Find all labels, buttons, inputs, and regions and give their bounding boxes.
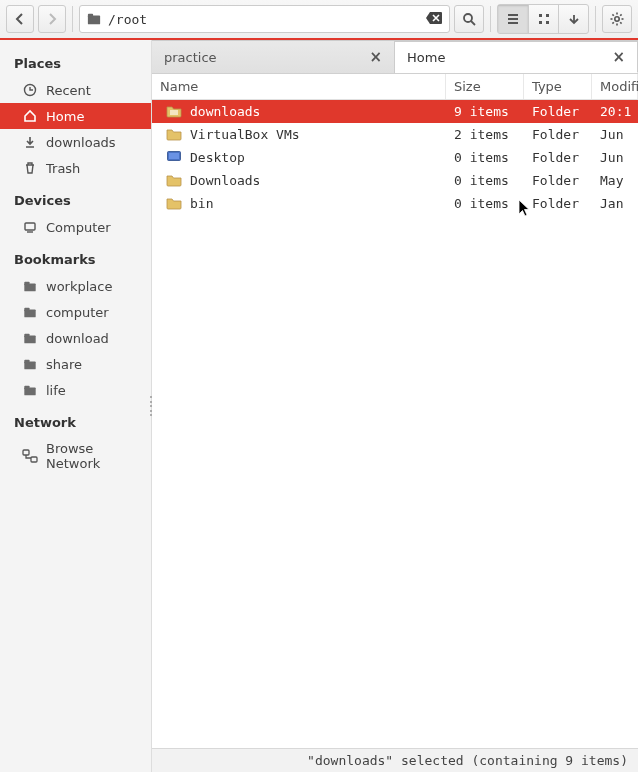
- file-size: 0 items: [446, 173, 524, 188]
- network-icon: [22, 448, 38, 464]
- view-options-button[interactable]: [558, 5, 588, 33]
- toolbar-separator-2: [490, 6, 491, 32]
- sidebar-header: Places: [0, 50, 151, 77]
- recent-icon: [22, 82, 38, 98]
- file-list-area: Name Size Type Modified downloads9 items…: [152, 74, 638, 748]
- file-modified: 20:1: [592, 104, 638, 119]
- sidebar-item-label: share: [46, 357, 82, 372]
- column-headers: Name Size Type Modified: [152, 74, 638, 100]
- file-size: 0 items: [446, 150, 524, 165]
- sidebar-item-label: Trash: [46, 161, 80, 176]
- folder-open-icon: [166, 104, 182, 120]
- forward-button[interactable]: [38, 5, 66, 33]
- view-mode-group: [497, 4, 589, 34]
- tabs-row: practice×Home×: [152, 40, 638, 74]
- download-icon: [22, 134, 38, 150]
- svg-rect-28: [24, 334, 29, 338]
- tab-practice[interactable]: practice×: [152, 41, 395, 73]
- tab-home[interactable]: Home×: [395, 41, 638, 73]
- folder-icon: [166, 127, 182, 143]
- main-pane: practice×Home× Name Size Type Modified d…: [152, 40, 638, 772]
- svg-rect-32: [24, 386, 29, 390]
- folder-icon: [22, 330, 38, 346]
- sidebar-header: Devices: [0, 187, 151, 214]
- tab-close-icon[interactable]: ×: [369, 50, 382, 65]
- column-header-size[interactable]: Size: [446, 74, 524, 99]
- sidebar-item-download[interactable]: download: [0, 325, 151, 351]
- file-list[interactable]: downloads9 itemsFolder20:1VirtualBox VMs…: [152, 100, 638, 748]
- folder-icon: [166, 196, 182, 212]
- sidebar-item-workplace[interactable]: workplace: [0, 273, 151, 299]
- file-name: VirtualBox VMs: [190, 127, 300, 142]
- svg-point-11: [615, 17, 619, 21]
- home-icon: [22, 108, 38, 124]
- file-size: 9 items: [446, 104, 524, 119]
- sidebar-item-trash[interactable]: Trash: [0, 155, 151, 181]
- svg-rect-33: [23, 450, 29, 455]
- file-size: 0 items: [446, 196, 524, 211]
- file-type: Folder: [524, 173, 592, 188]
- svg-rect-37: [169, 153, 179, 159]
- file-modified: May: [592, 173, 638, 188]
- list-view-button[interactable]: [498, 5, 528, 33]
- sidebar-item-home[interactable]: Home: [0, 103, 151, 129]
- folder-icon: [86, 11, 102, 27]
- path-bar[interactable]: /root: [79, 5, 450, 33]
- file-row[interactable]: VirtualBox VMs2 itemsFolderJun: [152, 123, 638, 146]
- tab-close-icon[interactable]: ×: [612, 50, 625, 65]
- column-header-modified[interactable]: Modified: [592, 74, 638, 99]
- path-text: /root: [108, 12, 419, 27]
- sidebar-item-label: Browse Network: [46, 441, 143, 471]
- file-modified: Jun: [592, 127, 638, 142]
- tab-label: practice: [164, 50, 369, 65]
- svg-rect-8: [546, 14, 549, 17]
- folder-icon: [166, 173, 182, 189]
- sidebar-item-life[interactable]: life: [0, 377, 151, 403]
- file-name: bin: [190, 196, 213, 211]
- file-row[interactable]: Downloads0 itemsFolderMay: [152, 169, 638, 192]
- sidebar-item-recent[interactable]: Recent: [0, 77, 151, 103]
- sidebar-item-share[interactable]: share: [0, 351, 151, 377]
- svg-rect-9: [539, 21, 542, 24]
- svg-rect-26: [24, 308, 29, 312]
- sidebar-item-computer[interactable]: Computer: [0, 214, 151, 240]
- back-button[interactable]: [6, 5, 34, 33]
- sidebar-item-downloads[interactable]: downloads: [0, 129, 151, 155]
- sidebar-item-browse-network[interactable]: Browse Network: [0, 436, 151, 476]
- sidebar-item-label: life: [46, 383, 66, 398]
- column-header-name[interactable]: Name: [152, 74, 446, 99]
- sidebar-item-label: computer: [46, 305, 109, 320]
- file-row[interactable]: Desktop0 itemsFolderJun: [152, 146, 638, 169]
- svg-rect-24: [24, 282, 29, 286]
- file-row[interactable]: bin0 itemsFolderJan: [152, 192, 638, 215]
- column-header-type[interactable]: Type: [524, 74, 592, 99]
- svg-rect-10: [546, 21, 549, 24]
- folder-icon: [22, 356, 38, 372]
- sidebar-resize-grip[interactable]: [150, 396, 154, 416]
- sidebar-item-computer[interactable]: computer: [0, 299, 151, 325]
- search-button[interactable]: [454, 5, 484, 33]
- sidebar-item-label: Recent: [46, 83, 91, 98]
- folder-icon: [22, 278, 38, 294]
- sidebar-header: Bookmarks: [0, 246, 151, 273]
- sidebar: PlacesRecentHomedownloadsTrashDevicesCom…: [0, 40, 152, 772]
- toolbar-separator: [72, 6, 73, 32]
- svg-rect-7: [539, 14, 542, 17]
- desktop-icon: [166, 150, 182, 166]
- computer-icon: [22, 219, 38, 235]
- sidebar-header: Network: [0, 409, 151, 436]
- body-split: PlacesRecentHomedownloadsTrashDevicesCom…: [0, 40, 638, 772]
- sidebar-item-label: download: [46, 331, 109, 346]
- grid-view-button[interactable]: [528, 5, 558, 33]
- file-row[interactable]: downloads9 itemsFolder20:1: [152, 100, 638, 123]
- svg-line-17: [620, 22, 621, 23]
- toolbar: /root: [0, 0, 638, 40]
- file-type: Folder: [524, 104, 592, 119]
- clear-path-icon[interactable]: [425, 11, 443, 28]
- file-name: Downloads: [190, 173, 260, 188]
- svg-point-2: [464, 14, 472, 22]
- settings-button[interactable]: [602, 5, 632, 33]
- svg-line-3: [471, 21, 475, 25]
- svg-rect-30: [24, 360, 29, 364]
- trash-icon: [22, 160, 38, 176]
